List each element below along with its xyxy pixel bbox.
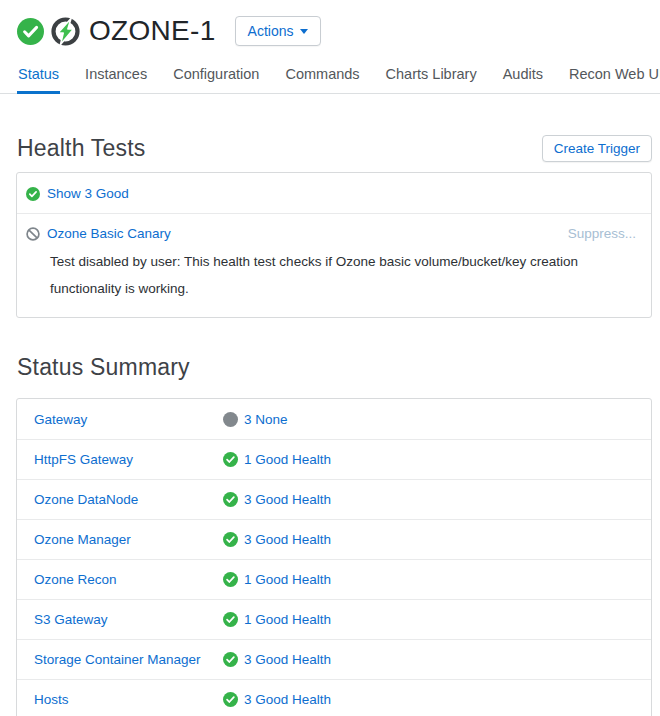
health-test-row-disabled: Ozone Basic Canary Suppress... Test disa…	[17, 213, 651, 317]
tab-recon-web-ui[interactable]: Recon Web UI	[568, 60, 660, 94]
tab-commands-label: Commands	[285, 66, 359, 82]
good-health-check-icon	[223, 452, 238, 467]
status-link[interactable]: 3 Good Health	[223, 532, 331, 547]
table-row-ozone-manager: Ozone Manager 3 Good Health	[17, 519, 651, 559]
table-row-ozone-datanode: Ozone DataNode 3 Good Health	[17, 479, 651, 519]
good-health-check-icon	[223, 492, 238, 507]
good-health-check-icon	[26, 187, 40, 201]
role-link[interactable]: S3 Gateway	[34, 612, 223, 627]
role-link[interactable]: Ozone Manager	[34, 532, 223, 547]
health-tests-panel: Show 3 Good Ozone Basic Canary Suppress.…	[16, 172, 652, 318]
ozone-basic-canary-link[interactable]: Ozone Basic Canary	[47, 226, 171, 241]
good-health-check-icon	[223, 692, 238, 707]
tab-status[interactable]: Status	[17, 60, 60, 94]
good-health-check-icon	[17, 18, 44, 45]
tab-charts-library[interactable]: Charts Library	[385, 60, 478, 94]
table-row-ozone-recon: Ozone Recon 1 Good Health	[17, 559, 651, 599]
tab-audits[interactable]: Audits	[502, 60, 544, 94]
tab-configuration[interactable]: Configuration	[172, 60, 260, 94]
suppress-link[interactable]: Suppress...	[568, 226, 636, 241]
tab-status-label: Status	[18, 66, 59, 82]
status-text: 3 Good Health	[244, 492, 331, 507]
actions-button[interactable]: Actions	[235, 16, 322, 46]
create-trigger-button[interactable]: Create Trigger	[542, 135, 652, 162]
show-good-link[interactable]: Show 3 Good	[47, 186, 129, 201]
role-link[interactable]: Ozone Recon	[34, 572, 223, 587]
health-test-row-good: Show 3 Good	[17, 173, 651, 213]
page-title: OZONE-1	[89, 17, 216, 45]
status-text: 3 None	[244, 412, 288, 427]
role-link[interactable]: Gateway	[34, 412, 223, 427]
disabled-slash-icon	[26, 227, 40, 241]
status-link[interactable]: 3 Good Health	[223, 492, 331, 507]
tab-instances[interactable]: Instances	[84, 60, 148, 94]
disabled-test-description: Test disabled by user: This health test …	[50, 248, 628, 302]
table-row-s3-gateway: S3 Gateway 1 Good Health	[17, 599, 651, 639]
status-summary-heading: Status Summary	[17, 354, 190, 381]
good-health-check-icon	[223, 612, 238, 627]
status-text: 3 Good Health	[244, 692, 331, 707]
good-health-check-icon	[223, 652, 238, 667]
status-link[interactable]: 3 Good Health	[223, 652, 331, 667]
status-summary-table: Gateway 3 None HttpFS Gateway 1 Good Hea…	[16, 398, 652, 716]
service-status-page: OZONE-1 Actions Status Instances Configu…	[0, 0, 660, 716]
actions-button-label: Actions	[248, 23, 294, 39]
status-link[interactable]: 1 Good Health	[223, 452, 331, 467]
role-link[interactable]: HttpFS Gateway	[34, 452, 223, 467]
ozone-lightning-logo-icon	[51, 17, 80, 46]
disabled-test-header: Ozone Basic Canary Suppress...	[26, 226, 636, 241]
status-text: 1 Good Health	[244, 452, 331, 467]
status-link[interactable]: 1 Good Health	[223, 572, 331, 587]
tab-charts-library-label: Charts Library	[386, 66, 477, 82]
status-link[interactable]: 3 None	[223, 412, 288, 427]
status-text: 1 Good Health	[244, 572, 331, 587]
tab-configuration-label: Configuration	[173, 66, 259, 82]
tab-instances-label: Instances	[85, 66, 147, 82]
tab-bar: Status Instances Configuration Commands …	[0, 50, 660, 94]
tab-recon-web-ui-label: Recon Web UI	[569, 66, 660, 82]
table-row-storage-container-manager: Storage Container Manager 3 Good Health	[17, 639, 651, 679]
table-row-gateway: Gateway 3 None	[17, 399, 651, 439]
table-row-httpfs-gateway: HttpFS Gateway 1 Good Health	[17, 439, 651, 479]
good-health-check-icon	[223, 532, 238, 547]
health-tests-header: Health Tests Create Trigger	[0, 135, 660, 162]
table-row-hosts: Hosts 3 Good Health	[17, 679, 651, 716]
good-health-check-icon	[223, 572, 238, 587]
status-link[interactable]: 1 Good Health	[223, 612, 331, 627]
status-text: 3 Good Health	[244, 652, 331, 667]
tab-audits-label: Audits	[503, 66, 543, 82]
status-link[interactable]: 3 Good Health	[223, 692, 331, 707]
health-tests-heading: Health Tests	[17, 135, 146, 162]
status-text: 3 Good Health	[244, 532, 331, 547]
status-text: 1 Good Health	[244, 612, 331, 627]
chevron-down-icon	[300, 29, 308, 34]
role-link[interactable]: Ozone DataNode	[34, 492, 223, 507]
status-summary-header: Status Summary	[0, 354, 660, 381]
service-header: OZONE-1 Actions	[0, 0, 660, 50]
tab-commands[interactable]: Commands	[284, 60, 360, 94]
role-link[interactable]: Storage Container Manager	[34, 652, 223, 667]
role-link[interactable]: Hosts	[34, 692, 223, 707]
none-status-icon	[223, 412, 238, 427]
